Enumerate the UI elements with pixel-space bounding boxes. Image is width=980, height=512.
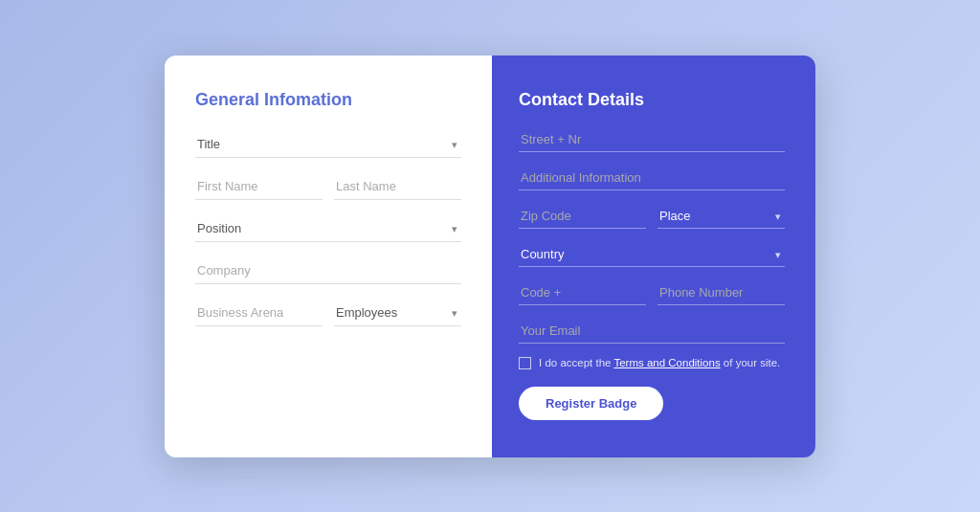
code-field[interactable] [519, 280, 646, 305]
name-row [195, 173, 461, 200]
last-name-input[interactable] [334, 173, 461, 200]
zip-code-field[interactable] [519, 204, 646, 229]
employees-select[interactable]: Employees 1–10 11–50 51–200 200+ [334, 300, 461, 326]
additional-info-field[interactable] [519, 166, 785, 190]
phone-row [519, 280, 785, 305]
additional-info-input[interactable] [519, 166, 785, 190]
terms-checkbox[interactable] [519, 357, 531, 369]
title-select[interactable]: Title Mr. Ms. Dr. [195, 131, 461, 158]
country-select[interactable]: Country Germany France USA [519, 242, 785, 267]
last-name-field[interactable] [334, 173, 461, 200]
email-field[interactable] [519, 319, 785, 344]
zip-place-row: Place Berlin Munich [519, 204, 785, 229]
left-panel-title: General Infomation [195, 90, 461, 110]
business-arena-input[interactable] [195, 300, 323, 326]
terms-label: I do accept the Terms and Conditions of … [539, 357, 780, 368]
right-panel: Contact Details Place Berlin Munich Coun… [492, 56, 815, 457]
company-field[interactable] [195, 257, 461, 284]
zip-code-input[interactable] [519, 204, 646, 229]
phone-field[interactable] [657, 280, 785, 305]
employees-field[interactable]: Employees 1–10 11–50 51–200 200+ [334, 300, 461, 326]
company-input[interactable] [195, 257, 461, 284]
first-name-field[interactable] [195, 173, 323, 200]
phone-input[interactable] [657, 280, 785, 305]
terms-row: I do accept the Terms and Conditions of … [519, 357, 785, 369]
email-input[interactable] [519, 319, 785, 344]
business-row: Employees 1–10 11–50 51–200 200+ [195, 300, 461, 326]
right-panel-title: Contact Details [519, 90, 785, 110]
title-field[interactable]: Title Mr. Ms. Dr. [195, 131, 461, 158]
position-select[interactable]: Position Manager Developer Designer [195, 215, 461, 242]
place-field[interactable]: Place Berlin Munich [657, 204, 785, 229]
street-input[interactable] [519, 127, 785, 152]
position-field[interactable]: Position Manager Developer Designer [195, 215, 461, 242]
place-select[interactable]: Place Berlin Munich [657, 204, 785, 229]
left-panel: General Infomation Title Mr. Ms. Dr. Pos… [165, 56, 492, 457]
street-field[interactable] [519, 127, 785, 152]
form-card: General Infomation Title Mr. Ms. Dr. Pos… [165, 56, 815, 457]
business-arena-field[interactable] [195, 300, 323, 326]
terms-link[interactable]: Terms and Conditions [613, 357, 720, 368]
register-button[interactable]: Register Badge [519, 387, 663, 420]
first-name-input[interactable] [195, 173, 323, 200]
country-field[interactable]: Country Germany France USA [519, 242, 785, 267]
code-input[interactable] [519, 280, 646, 305]
